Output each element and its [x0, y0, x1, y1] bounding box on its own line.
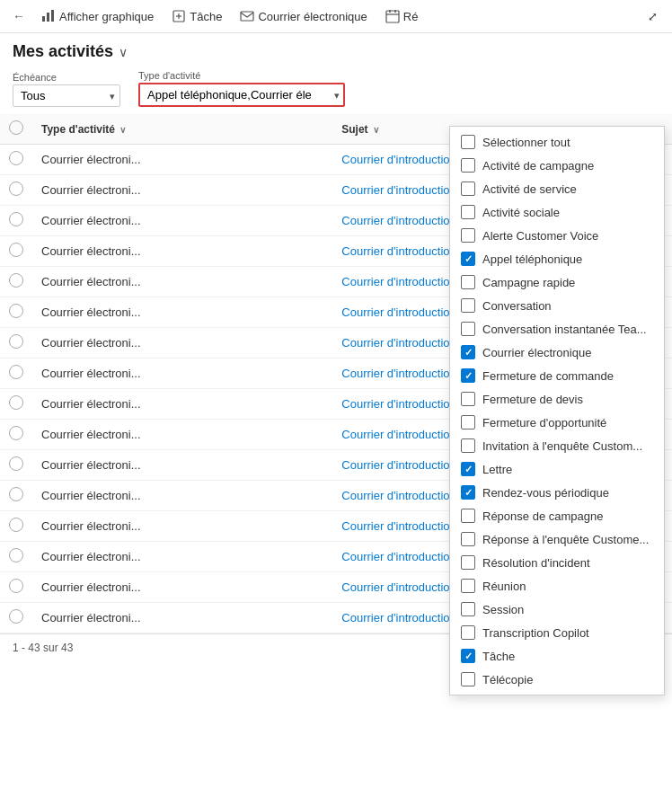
row-radio[interactable] — [9, 609, 23, 624]
echeance-select[interactable]: Tous — [13, 84, 120, 107]
row-sujet-link[interactable]: Courrier d'introduction — [341, 275, 456, 288]
row-sujet-link[interactable]: Courrier d'introduction — [341, 244, 456, 258]
dropdown-checkbox-reponse-enquete[interactable] — [461, 532, 475, 546]
dropdown-checkbox-selectionner-tout[interactable] — [461, 135, 475, 149]
row-radio[interactable] — [9, 151, 23, 165]
dropdown-item-activite-service[interactable]: Activité de service — [450, 177, 664, 200]
dropdown-item-session[interactable]: Session — [450, 598, 664, 621]
dropdown-item-resolution-incident[interactable]: Résolution d'incident — [450, 551, 664, 574]
dropdown-item-appel-telephonique[interactable]: Appel téléphonique — [450, 247, 664, 270]
row-sujet-link[interactable]: Courrier d'introduction — [341, 428, 456, 441]
dropdown-checkbox-fermeture-commande[interactable] — [461, 368, 475, 383]
dropdown-checkbox-transcription-copilot[interactable] — [461, 625, 475, 640]
courrier-electronique-button[interactable]: Courrier électronique — [233, 5, 374, 27]
row-sujet-link[interactable]: Courrier d'introduction — [341, 397, 456, 411]
row-sujet-link[interactable]: Courrier d'introduction — [341, 580, 456, 594]
dropdown-checkbox-reunion[interactable] — [461, 579, 475, 593]
row-sujet-link[interactable]: Courrier d'introduction — [341, 611, 456, 624]
dropdown-checkbox-activite-campagne[interactable] — [461, 158, 475, 173]
row-sujet-link[interactable]: Courrier d'introduction — [341, 214, 456, 227]
dropdown-item-tache[interactable]: Tâche — [450, 644, 664, 668]
dropdown-label-conversation-instantanee: Conversation instantanée Tea... — [482, 323, 647, 336]
dropdown-checkbox-fermeture-opportunite[interactable] — [461, 415, 475, 429]
page-title-chevron[interactable]: ∨ — [119, 45, 128, 59]
dropdown-item-fermeture-commande[interactable]: Fermeture de commande — [450, 364, 664, 387]
row-radio[interactable] — [9, 518, 23, 532]
dropdown-checkbox-campagne-rapide[interactable] — [461, 275, 475, 289]
row-sujet-link[interactable]: Courrier d'introduction — [341, 306, 456, 319]
row-radio[interactable] — [9, 365, 23, 379]
tache-button[interactable]: Tâche — [164, 5, 229, 27]
type-column-header[interactable]: Type d'activité ∨ — [32, 114, 332, 145]
dropdown-checkbox-fermeture-devis[interactable] — [461, 392, 475, 406]
dropdown-checkbox-telecopie[interactable] — [461, 672, 475, 686]
dropdown-checkbox-resolution-incident[interactable] — [461, 555, 475, 570]
dropdown-checkbox-tache[interactable] — [461, 649, 475, 663]
row-sujet-link[interactable]: Courrier d'introduction — [341, 550, 456, 563]
row-radio[interactable] — [9, 212, 23, 226]
dropdown-item-activite-sociale[interactable]: Activité sociale — [450, 200, 664, 224]
row-radio-cell — [0, 267, 32, 297]
dropdown-item-fermeture-devis[interactable]: Fermeture de devis — [450, 387, 664, 411]
row-radio[interactable] — [9, 548, 23, 562]
afficher-graphique-button[interactable]: Afficher graphique — [34, 5, 161, 27]
dropdown-item-transcription-copilot[interactable]: Transcription Copilot — [450, 621, 664, 644]
dropdown-item-reponse-campagne[interactable]: Réponse de campagne — [450, 504, 664, 527]
row-radio-cell — [0, 359, 32, 389]
row-radio-cell — [0, 175, 32, 206]
row-radio[interactable] — [9, 334, 23, 349]
dropdown-checkbox-session[interactable] — [461, 602, 475, 616]
dropdown-checkbox-reponse-campagne[interactable] — [461, 509, 475, 523]
row-radio-cell — [0, 450, 32, 481]
afficher-graphique-label: Afficher graphique — [59, 10, 154, 23]
dropdown-item-reponse-enquete[interactable]: Réponse à l'enquête Custome... — [450, 527, 664, 551]
dropdown-item-invitation-enquete[interactable]: Invitation à l'enquête Custom... — [450, 434, 664, 457]
row-sujet-link[interactable]: Courrier d'introduction — [341, 519, 456, 533]
dropdown-checkbox-alerte-customer-voice[interactable] — [461, 228, 475, 243]
type-activity-select[interactable]: Appel téléphonique,Courrier éle — [138, 83, 345, 107]
row-radio[interactable] — [9, 304, 23, 318]
row-radio[interactable] — [9, 273, 23, 288]
row-sujet-link[interactable]: Courrier d'introduction — [341, 367, 456, 380]
dropdown-checkbox-rendez-vous-periodique[interactable] — [461, 485, 475, 500]
dropdown-checkbox-conversation[interactable] — [461, 298, 475, 313]
expand-button[interactable]: ⤢ — [641, 6, 665, 27]
row-radio[interactable] — [9, 395, 23, 410]
dropdown-checkbox-activite-service[interactable] — [461, 182, 475, 196]
dropdown-checkbox-lettre[interactable] — [461, 462, 475, 476]
back-button[interactable]: ← — [7, 5, 31, 27]
dropdown-item-campagne-rapide[interactable]: Campagne rapide — [450, 270, 664, 294]
row-radio[interactable] — [9, 487, 23, 501]
dropdown-item-conversation-instantanee[interactable]: Conversation instantanée Tea... — [450, 317, 664, 341]
row-radio[interactable] — [9, 579, 23, 593]
row-radio-cell — [0, 572, 32, 603]
dropdown-checkbox-appel-telephonique[interactable] — [461, 252, 475, 266]
row-radio[interactable] — [9, 456, 23, 471]
dropdown-item-activite-campagne[interactable]: Activité de campagne — [450, 154, 664, 177]
dropdown-checkbox-courrier-electronique[interactable] — [461, 345, 475, 359]
select-all-header[interactable] — [0, 114, 32, 145]
dropdown-item-conversation[interactable]: Conversation — [450, 294, 664, 317]
dropdown-item-alerte-customer-voice[interactable]: Alerte Customer Voice — [450, 224, 664, 247]
dropdown-item-lettre[interactable]: Lettre — [450, 457, 664, 481]
row-sujet-link[interactable]: Courrier d'introduction — [341, 336, 456, 350]
dropdown-item-selectionner-tout[interactable]: Sélectionner tout — [450, 130, 664, 154]
row-sujet-link[interactable]: Courrier d'introduction — [341, 153, 456, 166]
row-radio[interactable] — [9, 182, 23, 196]
dropdown-item-rendez-vous-periodique[interactable]: Rendez-vous périodique — [450, 481, 664, 504]
re-button[interactable]: Ré — [378, 5, 426, 27]
row-radio[interactable] — [9, 426, 23, 440]
dropdown-checkbox-conversation-instantanee[interactable] — [461, 322, 475, 336]
row-sujet-link[interactable]: Courrier d'introduction — [341, 458, 456, 472]
dropdown-item-telecopie[interactable]: Télécopie — [450, 668, 664, 691]
row-sujet-link[interactable]: Courrier d'introduction — [341, 183, 456, 197]
row-sujet-link[interactable]: Courrier d'introduction — [341, 489, 456, 502]
row-radio[interactable] — [9, 243, 23, 257]
dropdown-item-reunion[interactable]: Réunion — [450, 574, 664, 598]
dropdown-checkbox-activite-sociale[interactable] — [461, 205, 475, 219]
dropdown-item-fermeture-opportunite[interactable]: Fermeture d'opportunité — [450, 411, 664, 434]
select-all-radio[interactable] — [9, 120, 23, 135]
dropdown-label-conversation: Conversation — [482, 299, 552, 313]
dropdown-checkbox-invitation-enquete[interactable] — [461, 438, 475, 453]
dropdown-item-courrier-electronique[interactable]: Courrier électronique — [450, 341, 664, 364]
